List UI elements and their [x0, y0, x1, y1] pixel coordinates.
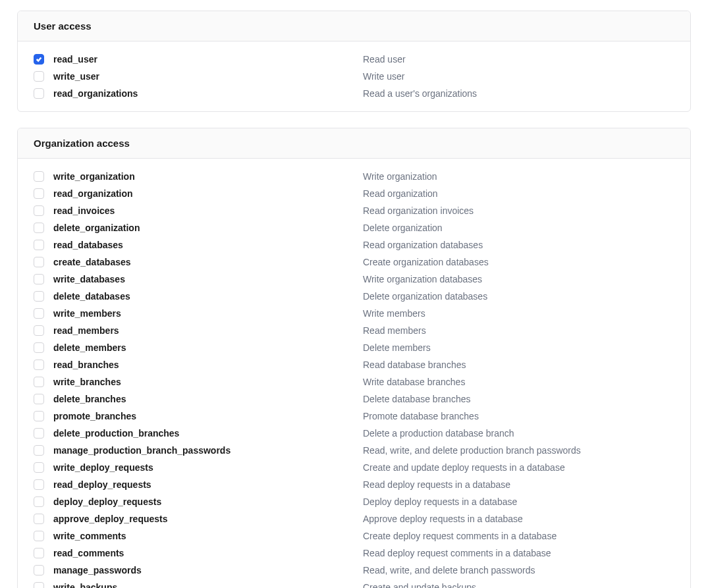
- permission-row: write_organizationWrite organization: [34, 168, 674, 185]
- permission-row: promote_branchesPromote database branche…: [34, 408, 674, 425]
- permission-row: manage_production_branch_passwordsRead, …: [34, 442, 674, 459]
- permission-description: Delete database branches: [363, 394, 470, 404]
- permission-row: delete_production_branchesDelete a produ…: [34, 425, 674, 442]
- permission-row: write_userWrite user: [34, 68, 674, 85]
- permission-section: Organization accesswrite_organizationWri…: [17, 128, 691, 588]
- permission-checkbox[interactable]: [34, 479, 44, 490]
- permission-row: create_databasesCreate organization data…: [34, 254, 674, 271]
- permission-description: Read a user's organizations: [363, 88, 477, 99]
- permission-checkbox[interactable]: [34, 531, 44, 541]
- section-body: write_organizationWrite organizationread…: [18, 159, 690, 588]
- permission-name: manage_passwords: [53, 565, 363, 575]
- permission-name: write_organization: [53, 171, 363, 182]
- permission-row: write_deploy_requestsCreate and update d…: [34, 459, 674, 476]
- permission-name: read_branches: [53, 360, 363, 370]
- permission-name: write_comments: [53, 531, 363, 541]
- permission-name: promote_branches: [53, 411, 363, 421]
- permission-checkbox[interactable]: [34, 325, 44, 336]
- permission-checkbox[interactable]: [34, 291, 44, 302]
- permission-name: read_members: [53, 325, 363, 336]
- permission-name: manage_production_branch_passwords: [53, 445, 363, 456]
- permission-checkbox[interactable]: [34, 565, 44, 575]
- permission-checkbox[interactable]: [34, 274, 44, 284]
- permission-description: Create and update deploy requests in a d…: [363, 462, 565, 473]
- permission-checkbox[interactable]: [34, 411, 44, 421]
- permission-description: Read database branches: [363, 360, 466, 370]
- section-body: read_userRead userwrite_userWrite userre…: [18, 41, 690, 111]
- permission-description: Create deploy request comments in a data…: [363, 531, 557, 541]
- permission-checkbox[interactable]: [34, 514, 44, 524]
- permission-checkbox[interactable]: [34, 54, 44, 65]
- permission-checkbox[interactable]: [34, 394, 44, 404]
- section-header: User access: [18, 11, 690, 41]
- permission-row: write_databasesWrite organization databa…: [34, 271, 674, 288]
- permission-description: Read members: [363, 325, 426, 336]
- permission-name: delete_members: [53, 342, 363, 353]
- permission-description: Promote database branches: [363, 411, 479, 421]
- permission-row: write_backupsCreate and update backups: [34, 579, 674, 588]
- permission-row: write_commentsCreate deploy request comm…: [34, 527, 674, 545]
- permission-description: Create and update backups: [363, 582, 476, 588]
- permission-checkbox[interactable]: [34, 88, 44, 99]
- permission-checkbox[interactable]: [34, 582, 44, 588]
- permission-checkbox[interactable]: [34, 548, 44, 558]
- permission-name: write_members: [53, 308, 363, 319]
- permission-name: delete_production_branches: [53, 428, 363, 439]
- permission-row: read_deploy_requestsRead deploy requests…: [34, 476, 674, 493]
- permission-description: Delete members: [363, 342, 431, 353]
- permission-checkbox[interactable]: [34, 240, 44, 250]
- permission-row: delete_branchesDelete database branches: [34, 390, 674, 408]
- permission-description: Write organization: [363, 171, 437, 182]
- permission-checkbox[interactable]: [34, 360, 44, 370]
- permission-name: write_branches: [53, 377, 363, 387]
- permission-description: Approve deploy requests in a database: [363, 514, 523, 524]
- permission-row: read_branchesRead database branches: [34, 356, 674, 373]
- permission-name: read_deploy_requests: [53, 479, 363, 490]
- permission-row: read_organizationRead organization: [34, 185, 674, 202]
- permission-description: Read deploy requests in a database: [363, 479, 510, 490]
- permission-checkbox[interactable]: [34, 342, 44, 353]
- permission-row: read_databasesRead organization database…: [34, 236, 674, 254]
- permission-description: Read organization invoices: [363, 205, 474, 216]
- section-header: Organization access: [18, 128, 690, 159]
- permission-name: create_databases: [53, 257, 363, 267]
- permission-description: Write organization databases: [363, 274, 482, 284]
- permission-row: write_membersWrite members: [34, 305, 674, 322]
- permission-checkbox[interactable]: [34, 496, 44, 507]
- permission-name: read_invoices: [53, 205, 363, 216]
- permission-name: write_deploy_requests: [53, 462, 363, 473]
- permission-name: read_databases: [53, 240, 363, 250]
- permission-checkbox[interactable]: [34, 171, 44, 182]
- permission-checkbox[interactable]: [34, 428, 44, 439]
- permission-name: delete_databases: [53, 291, 363, 302]
- permission-checkbox[interactable]: [34, 308, 44, 319]
- permission-checkbox[interactable]: [34, 188, 44, 199]
- permission-row: read_membersRead members: [34, 322, 674, 339]
- permission-checkbox[interactable]: [34, 223, 44, 233]
- permission-row: read_organizationsRead a user's organiza…: [34, 85, 674, 102]
- permission-checkbox[interactable]: [34, 462, 44, 473]
- permission-row: delete_membersDelete members: [34, 339, 674, 356]
- permission-row: deploy_deploy_requestsDeploy deploy requ…: [34, 493, 674, 510]
- permission-description: Read, write, and delete production branc…: [363, 445, 581, 456]
- permission-row: delete_databasesDelete organization data…: [34, 288, 674, 305]
- permission-checkbox[interactable]: [34, 71, 44, 82]
- permission-description: Read organization databases: [363, 240, 483, 250]
- permission-row: read_invoicesRead organization invoices: [34, 202, 674, 219]
- permission-row: read_userRead user: [34, 51, 674, 68]
- permission-checkbox[interactable]: [34, 257, 44, 267]
- section-title: Organization access: [34, 138, 674, 149]
- permission-checkbox[interactable]: [34, 377, 44, 387]
- permission-name: approve_deploy_requests: [53, 514, 363, 524]
- permission-description: Write database branches: [363, 377, 465, 387]
- permission-description: Create organization databases: [363, 257, 489, 267]
- permission-row: read_commentsRead deploy request comment…: [34, 545, 674, 562]
- permission-description: Read organization: [363, 188, 438, 199]
- permission-description: Read user: [363, 54, 406, 65]
- permission-checkbox[interactable]: [34, 205, 44, 216]
- permission-description: Read deploy request comments in a databa…: [363, 548, 551, 558]
- permission-name: deploy_deploy_requests: [53, 496, 363, 507]
- permission-checkbox[interactable]: [34, 445, 44, 456]
- permission-row: approve_deploy_requestsApprove deploy re…: [34, 510, 674, 527]
- permission-description: Write user: [363, 71, 405, 82]
